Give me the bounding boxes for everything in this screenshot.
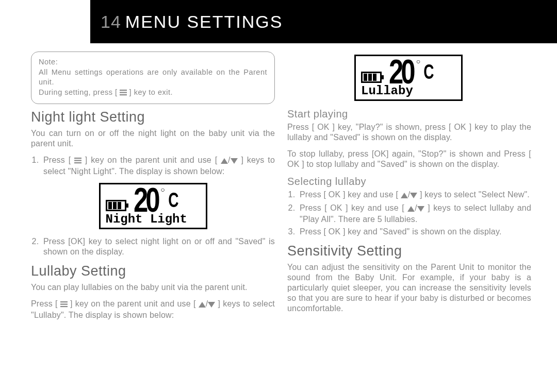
down-icon bbox=[410, 191, 417, 201]
lullaby-p2: Press [ ] key on the parent unit and use… bbox=[31, 299, 275, 320]
lcd-temp: 20 bbox=[389, 57, 413, 87]
sensitivity-p1: You can adjust the sensitivity on the Pa… bbox=[287, 262, 531, 314]
up-icon bbox=[401, 191, 408, 201]
down-icon bbox=[417, 204, 424, 214]
menu-icon bbox=[120, 89, 127, 99]
up-icon bbox=[221, 156, 228, 166]
note-line1: All Menu settings operations are only av… bbox=[39, 68, 267, 87]
start-playing-heading: Start playing bbox=[287, 108, 531, 120]
select-step1: Press [ OK ] key and use [ / ] keys to s… bbox=[298, 190, 531, 201]
note-label: Note: bbox=[39, 57, 267, 67]
lcd-nightlight: 20 ○ C Night Light bbox=[99, 183, 207, 229]
lcd-temp: 20 bbox=[134, 185, 158, 216]
up-icon bbox=[199, 300, 206, 310]
degree-icon: ○ bbox=[416, 57, 420, 65]
nightlight-steps: Press [ ] key on the parent unit and use… bbox=[31, 155, 275, 177]
lullaby-intro: You can play lullabies on the baby unit … bbox=[31, 282, 275, 293]
degree-icon: ○ bbox=[160, 185, 165, 194]
nightlight-heading: Night light Setting bbox=[31, 109, 275, 125]
select-step2: Press [ OK ] key and use [ / ] keys to s… bbox=[298, 203, 531, 225]
down-icon bbox=[231, 156, 238, 166]
lcd-lullaby: 20 ○ C Lullaby bbox=[354, 55, 463, 101]
note-line2b: ] key to exit. bbox=[127, 88, 173, 96]
start-p2: To stop lullaby, press [OK] again, "Stop… bbox=[287, 149, 531, 169]
nightlight-step1: Press [ ] key on the parent unit and use… bbox=[41, 155, 275, 177]
menu-icon bbox=[60, 300, 68, 310]
page-number: 14 bbox=[101, 12, 121, 32]
content-area: Note: All Menu settings operations are o… bbox=[31, 52, 531, 392]
right-column: 20 ○ C Lullaby Start playing Press [ OK … bbox=[287, 52, 531, 392]
nightlight-steps-2: Press [OK] key to select night light on … bbox=[31, 236, 275, 257]
battery-icon bbox=[106, 200, 126, 211]
up-icon bbox=[407, 204, 415, 214]
note-box: Note: All Menu settings operations are o… bbox=[31, 52, 275, 104]
lcd-unit: C bbox=[168, 190, 178, 210]
start-p1: Press [ OK ] key, "Play?" is shown, pres… bbox=[287, 122, 531, 143]
left-column: Note: All Menu settings operations are o… bbox=[31, 52, 275, 392]
note-line2a: During setting, press [ bbox=[39, 88, 120, 96]
selecting-lullaby-heading: Selecting lullaby bbox=[287, 176, 531, 188]
select-step3: Press [ OK ] key and "Saved" is shown on… bbox=[298, 227, 531, 237]
sensitivity-heading: Sensitivity Setting bbox=[287, 243, 531, 259]
down-icon bbox=[208, 300, 215, 310]
header-bar: 14 MENU SETTINGS bbox=[90, 0, 557, 43]
nightlight-intro: You can turn on or off the night light o… bbox=[31, 128, 275, 149]
battery-icon bbox=[361, 72, 382, 83]
page-title: MENU SETTINGS bbox=[125, 12, 283, 32]
lullaby-heading: Lullaby Setting bbox=[31, 263, 275, 279]
menu-icon bbox=[74, 156, 81, 166]
lcd-unit: C bbox=[424, 61, 434, 82]
selecting-steps: Press [ OK ] key and use [ / ] keys to s… bbox=[287, 190, 531, 237]
nightlight-step2: Press [OK] key to select night light on … bbox=[41, 236, 275, 257]
